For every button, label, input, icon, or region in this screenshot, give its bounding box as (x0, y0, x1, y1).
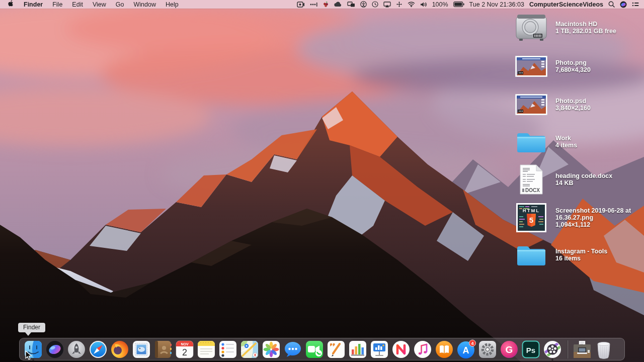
dock-notes-icon[interactable] (196, 339, 216, 360)
volume-icon[interactable] (420, 2, 427, 8)
desktop-item-meta: 3,840×2,160 (555, 105, 591, 112)
spotlight-icon[interactable] (608, 1, 615, 8)
desktop-item-docx[interactable]: DOCX heading code.docx 14 KB (514, 164, 640, 195)
desktop-item-meta: 14 KB (555, 179, 573, 187)
accessibility-icon[interactable] (360, 1, 367, 8)
desktop-item-meta: 4 items (555, 142, 577, 149)
menu-clock[interactable]: Tue 2 Nov 21:36:03 (469, 1, 524, 8)
menu-window[interactable]: Window (133, 1, 155, 8)
input-dots-icon[interactable] (310, 2, 317, 8)
battery-icon[interactable] (453, 2, 464, 7)
dock-separator (567, 340, 568, 358)
desktop-item-screenshot[interactable]: HTML5 Screenshot 2019-06-28 at 16.36.27.… (514, 203, 640, 232)
desktop-item-name: Photo.png (555, 59, 587, 66)
dock-photos-icon[interactable] (261, 339, 281, 360)
siri-icon[interactable] (620, 1, 627, 8)
dock-numbers-icon[interactable] (348, 339, 368, 360)
mouse-cursor (25, 350, 33, 362)
dock-firefox-icon[interactable] (110, 339, 130, 360)
html-logo-word: HTML (523, 208, 540, 213)
desktop-item-name: Photo.psd (555, 98, 586, 105)
app-store-glyph: A (463, 345, 469, 355)
desktop-item-name: heading code.docx (555, 172, 612, 179)
dock-pages-icon[interactable] (326, 339, 346, 360)
desktop-item-photo-png[interactable]: Photo.png 7,680×4,320 (514, 56, 640, 77)
time-machine-icon[interactable] (372, 1, 378, 8)
html5-screenshot-icon: HTML5 (514, 203, 548, 232)
menu-bar: Finder File Edit View Go Window Help (0, 0, 644, 9)
apple-logo-icon[interactable] (8, 0, 14, 9)
dock-facetime-icon[interactable] (304, 339, 325, 360)
folder-icon (514, 129, 548, 154)
dock-maps-icon[interactable] (239, 339, 260, 360)
dock-g-app-icon[interactable]: G (499, 339, 519, 360)
menu-go[interactable]: Go (116, 1, 124, 8)
desktop-item-meta: 1 TB, 282.01 GB free (555, 28, 616, 35)
desktop-item-name-line2: 16.36.27.png (555, 214, 593, 221)
dock-video-player-icon[interactable] (542, 339, 562, 360)
menu-active-app[interactable]: Finder (24, 1, 43, 8)
dock-launchpad-icon[interactable] (66, 339, 87, 360)
hard-drive-icon (514, 13, 548, 42)
dock-photoshop-icon[interactable]: Ps (521, 339, 541, 360)
word-document-icon: DOCX (514, 164, 548, 195)
desktop-item-instagram-tools-folder[interactable]: Instagram - Tools 16 items (514, 242, 640, 267)
dock-mail-icon[interactable] (131, 339, 151, 360)
dock-reminders-icon[interactable] (218, 339, 238, 360)
menu-user-name[interactable]: ComputerScienceVideos (529, 1, 603, 8)
dock-music-icon[interactable] (413, 339, 433, 360)
desktop-item-photo-psd[interactable]: Photo.psd 3,840×2,160 (514, 94, 640, 115)
desktop-item-name: Instagram - Tools (555, 248, 607, 255)
calendar-day-text: 2 (182, 347, 187, 357)
notification-center-icon[interactable] (632, 2, 639, 7)
desktop-item-meta: 16 items (555, 255, 581, 262)
wifi-icon[interactable] (408, 2, 415, 7)
desktop-item-meta: 1,094×1,112 (555, 221, 590, 228)
desktop-item-work-folder[interactable]: Work 4 items (514, 129, 640, 154)
dock-books-icon[interactable] (434, 339, 454, 360)
desktop-item-macintosh-hd[interactable]: Macintosh HD 1 TB, 282.01 GB free (514, 13, 640, 42)
app-store-badge: 4 (471, 341, 473, 346)
menu-edit[interactable]: Edit (72, 1, 83, 8)
dock-calendar-icon[interactable]: NOV2 (175, 339, 195, 360)
dock-tooltip-text: Finder (18, 323, 45, 332)
dock: NOV2 (19, 338, 625, 360)
desktop-item-name-line1: Screenshot 2019-06-28 at (555, 207, 631, 214)
desktop-item-name: Macintosh HD (555, 21, 597, 28)
menu-view[interactable]: View (93, 1, 106, 8)
screen-recording-icon[interactable] (297, 2, 305, 8)
cloud-icon[interactable] (334, 2, 342, 7)
dock-news-icon[interactable] (391, 339, 411, 360)
dock-keynote-icon[interactable] (369, 339, 389, 360)
running-indicator (551, 358, 553, 360)
folder-icon (514, 242, 548, 267)
photoshop-glyph: Ps (526, 346, 535, 354)
grapes-icon[interactable] (323, 1, 329, 8)
html-logo-number: 5 (529, 216, 533, 224)
move-arrows-icon[interactable] (396, 1, 403, 8)
airplay-icon[interactable] (383, 2, 391, 8)
dock-tooltip: Finder (18, 323, 45, 332)
dock-minimized-window[interactable] (572, 339, 592, 360)
menu-file[interactable]: File (52, 1, 62, 8)
image-thumbnail-icon (514, 94, 548, 115)
g-app-glyph: G (506, 344, 513, 355)
dock-tooltip-arrow (25, 332, 31, 336)
dock-contacts-icon[interactable] (153, 339, 173, 360)
menu-help[interactable]: Help (166, 1, 179, 8)
dock-safari-icon[interactable] (88, 339, 108, 360)
calendar-month-text: NOV (181, 342, 189, 346)
desktop-item-meta: 7,680×4,320 (555, 66, 591, 73)
docx-badge-text: DOCX (525, 188, 540, 193)
desktop-screen: Finder File Edit View Go Window Help (0, 0, 644, 362)
dock-trash-icon[interactable] (594, 339, 614, 360)
dock-app-store-icon[interactable]: A4 (456, 339, 476, 360)
dock-siri-icon[interactable] (45, 339, 65, 360)
battery-percent[interactable]: 100% (432, 1, 448, 8)
displays-icon[interactable] (347, 2, 355, 8)
image-thumbnail-icon (514, 56, 548, 77)
dock-messages-icon[interactable] (283, 339, 303, 360)
desktop-item-name: Work (555, 135, 571, 142)
dock-system-preferences-icon[interactable] (477, 339, 498, 360)
